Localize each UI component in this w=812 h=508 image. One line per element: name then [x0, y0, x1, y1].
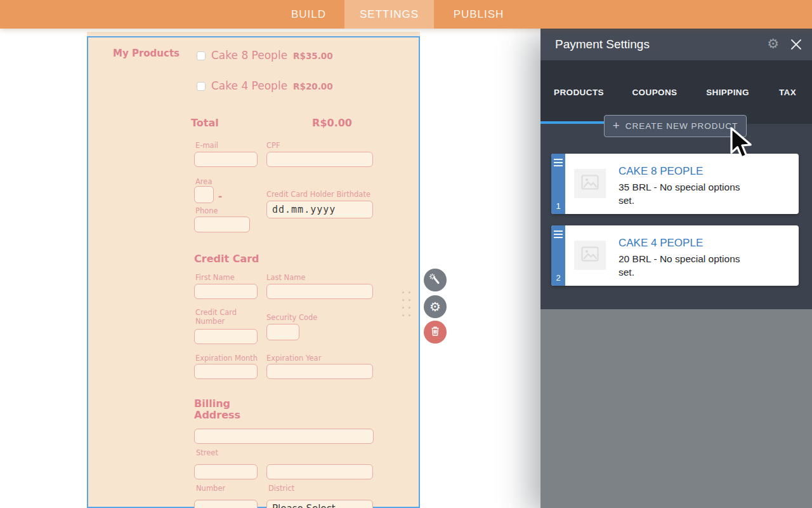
- product-option-price: R$20.00: [293, 81, 333, 91]
- drag-handle-icon: [554, 231, 563, 240]
- phone-label: Phone: [195, 206, 218, 215]
- payment-gear-icon[interactable]: ⚙: [767, 37, 779, 50]
- product-image-placeholder: [574, 241, 606, 270]
- field-settings-button[interactable]: ⚙: [424, 295, 447, 318]
- image-placeholder-icon: [581, 246, 599, 264]
- product-checkbox-1[interactable]: [197, 51, 206, 60]
- product-name: CAKE 4 PEOPLE: [619, 237, 745, 250]
- panel-tab-bar: PRODUCTS COUPONS SHIPPING TAX: [540, 60, 812, 124]
- product-drag-strip[interactable]: 1: [551, 154, 565, 214]
- total-label: Total: [191, 117, 219, 129]
- tab-coupons[interactable]: COUPONS: [617, 60, 692, 124]
- product-name: CAKE 8 PEOPLE: [619, 165, 745, 178]
- exp-month-label: Expiration Month: [195, 354, 258, 363]
- cpf-label: CPF: [266, 141, 280, 150]
- security-code-field[interactable]: [266, 324, 299, 340]
- product-checkbox-2[interactable]: [197, 82, 206, 91]
- area-label: Area: [195, 177, 212, 186]
- create-new-product-label: CREATE NEW PRODUCT: [625, 121, 738, 131]
- tab-products[interactable]: PRODUCTS: [540, 60, 617, 124]
- credit-card-heading: Credit Card: [194, 253, 259, 265]
- image-placeholder-icon: [581, 175, 599, 192]
- street-field[interactable]: [194, 429, 374, 444]
- product-card-1[interactable]: 1 CAKE 8 PEOPLE 35 BRL - No special opti…: [551, 154, 799, 214]
- product-option-row: Cake 8 People R$35.00: [197, 49, 333, 62]
- complement-field[interactable]: [194, 500, 258, 508]
- payment-settings-panel: Payment Settings ⚙ PRODUCTS COUPONS SHIP…: [540, 29, 812, 309]
- total-value: R$0.00: [301, 117, 352, 129]
- security-code-label: Security Code: [266, 313, 317, 322]
- product-order: 1: [551, 201, 565, 211]
- panel-title: Payment Settings: [555, 37, 650, 51]
- exp-year-field[interactable]: [266, 364, 373, 379]
- number-field[interactable]: [194, 464, 258, 479]
- last-name-label: Last Name: [266, 273, 306, 282]
- product-card-2[interactable]: 2 CAKE 4 PEOPLE 20 BRL - No special opti…: [551, 225, 799, 286]
- cpf-field[interactable]: [266, 152, 373, 167]
- cc-number-label: Credit Card Number: [195, 308, 259, 326]
- product-option-name: Cake 8 People: [211, 49, 287, 62]
- first-name-label: First Name: [195, 273, 235, 282]
- email-label: E-mail: [195, 141, 218, 150]
- exp-month-field[interactable]: [194, 364, 258, 379]
- area-code-field[interactable]: [194, 186, 214, 203]
- tab-shipping[interactable]: SHIPPING: [692, 60, 763, 124]
- birthdate-label: Credit Card Holder Birthdate: [266, 190, 370, 199]
- last-name-field[interactable]: [266, 284, 373, 299]
- first-name-field[interactable]: [194, 284, 258, 299]
- gear-icon: ⚙: [429, 300, 441, 313]
- product-option-name: Cake 4 People: [211, 79, 287, 92]
- district-label: District: [268, 484, 294, 493]
- street-label: Street: [196, 448, 218, 457]
- phone-field[interactable]: [194, 217, 250, 232]
- close-icon[interactable]: [790, 38, 802, 53]
- phone-dash: -: [218, 190, 222, 202]
- panel-header: Payment Settings ⚙: [540, 29, 812, 60]
- topbar-tabs: BUILD SETTINGS PUBLISH: [273, 0, 523, 29]
- delete-field-button[interactable]: [424, 321, 447, 344]
- field-drag-handle[interactable]: [402, 291, 412, 319]
- email-field[interactable]: [194, 152, 258, 167]
- wizard-button[interactable]: [424, 269, 447, 291]
- drag-handle-icon: [554, 159, 563, 168]
- tab-publish[interactable]: PUBLISH: [434, 0, 523, 29]
- state-select[interactable]: Please Select: [266, 500, 373, 508]
- settings-overlay-backdrop: Payment Settings ⚙ PRODUCTS COUPONS SHIP…: [540, 29, 812, 508]
- tab-tax[interactable]: TAX: [763, 60, 812, 124]
- exp-year-label: Expiration Year: [266, 354, 321, 363]
- product-description: 20 BRL - No special options set.: [619, 252, 745, 279]
- magic-wand-icon: [429, 272, 442, 288]
- plus-icon: +: [613, 119, 620, 133]
- billing-address-heading: Billing Address: [194, 398, 254, 421]
- my-products-label: My Products: [113, 48, 180, 59]
- app-topbar: BUILD SETTINGS PUBLISH: [0, 0, 812, 29]
- cc-number-field[interactable]: [194, 329, 258, 344]
- tab-build[interactable]: BUILD: [273, 0, 344, 29]
- tab-settings[interactable]: SETTINGS: [344, 0, 434, 29]
- trash-icon: [429, 325, 441, 339]
- product-option-price: R$35.00: [293, 51, 333, 61]
- create-new-product-button[interactable]: + CREATE NEW PRODUCT: [604, 115, 747, 137]
- product-order: 2: [551, 273, 565, 283]
- product-drag-strip[interactable]: 2: [551, 225, 565, 286]
- product-image-placeholder: [574, 169, 606, 198]
- district-field[interactable]: [266, 464, 373, 479]
- number-label: Number: [196, 484, 225, 493]
- product-option-row: Cake 4 People R$20.00: [197, 79, 333, 92]
- form-preview-page: My Products Cake 8 People R$35.00 Cake 4…: [87, 32, 420, 508]
- product-description: 35 BRL - No special options set.: [619, 180, 745, 207]
- birthdate-field[interactable]: dd.mm.yyyy: [266, 201, 373, 218]
